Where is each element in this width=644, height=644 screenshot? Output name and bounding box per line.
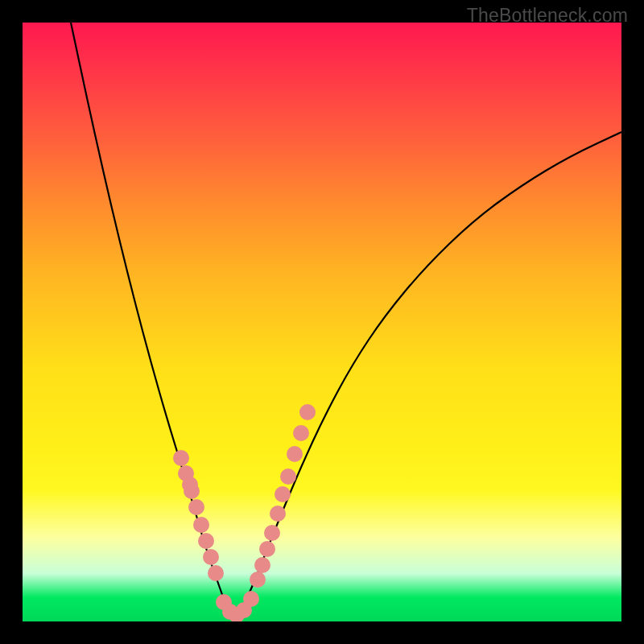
data-dot [275,486,291,502]
data-dot [254,557,270,573]
data-dot [280,469,296,485]
data-dot [198,533,214,549]
watermark-text: TheBottleneck.com [467,5,628,27]
data-dot [250,572,266,588]
curve-curve-right [233,132,621,621]
data-dot [193,517,209,533]
data-dot [293,425,309,441]
data-dot [182,477,198,493]
data-dot [173,450,189,466]
data-dot [264,525,280,541]
curve-group [71,23,621,621]
curve-curve-left [71,23,233,621]
data-dot [270,506,286,522]
chart-plot [23,23,621,621]
data-dot [243,591,259,607]
data-dot [287,446,303,462]
data-dot [299,404,316,420]
dot-group [173,404,316,621]
data-dot [208,565,224,581]
data-dot [259,541,275,557]
data-dot [203,549,219,565]
data-dot [188,499,204,515]
